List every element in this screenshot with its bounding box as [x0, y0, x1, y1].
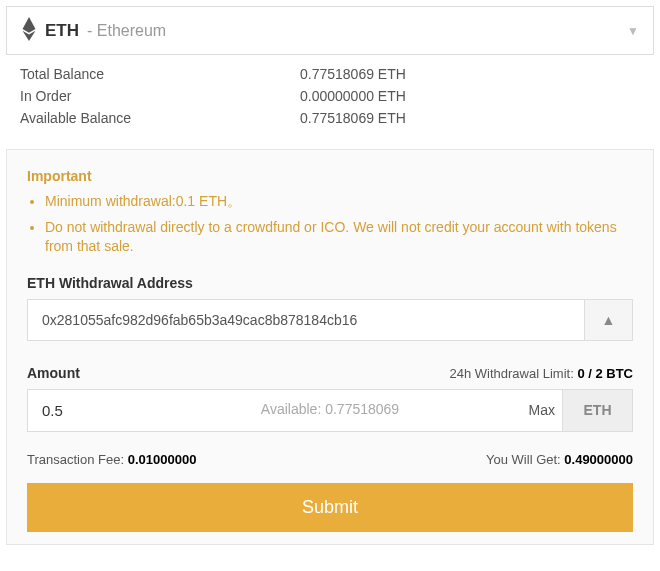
triangle-up-icon: ▲ [602, 312, 616, 328]
max-button[interactable]: Max [529, 402, 555, 418]
submit-button[interactable]: Submit [27, 483, 633, 532]
ethereum-icon [21, 17, 37, 44]
amount-input[interactable] [27, 389, 563, 432]
amount-unit: ETH [563, 389, 633, 432]
total-balance-label: Total Balance [20, 66, 300, 82]
amount-header: Amount 24h Withdrawal Limit: 0 / 2 BTC [27, 365, 633, 381]
address-label: ETH Withdrawal Address [27, 275, 633, 291]
available-balance-label: Available Balance [20, 110, 300, 126]
coin-selector[interactable]: ETH - Ethereum ▼ [6, 6, 654, 55]
you-will-get: You Will Get: 0.49000000 [486, 452, 633, 467]
fee-value: 0.01000000 [128, 452, 197, 467]
address-collapse-button[interactable]: ▲ [585, 299, 633, 341]
total-balance-row: Total Balance 0.77518069 ETH [20, 63, 640, 85]
get-label: You Will Get: [486, 452, 564, 467]
amount-label: Amount [27, 365, 80, 381]
coin-name: - Ethereum [87, 22, 166, 40]
fee-row: Transaction Fee: 0.01000000 You Will Get… [27, 452, 633, 467]
amount-row: Available: 0.77518069 Max ETH [27, 389, 633, 432]
available-balance-value: 0.77518069 ETH [300, 110, 406, 126]
limit-prefix: 24h Withdrawal Limit: [449, 366, 577, 381]
in-order-label: In Order [20, 88, 300, 104]
available-balance-row: Available Balance 0.77518069 ETH [20, 107, 640, 129]
important-title: Important [27, 168, 633, 184]
get-value: 0.49000000 [564, 452, 633, 467]
withdraw-panel: Important Minimum withdrawal:0.1 ETH。 Do… [6, 149, 654, 545]
withdrawal-limit: 24h Withdrawal Limit: 0 / 2 BTC [449, 366, 633, 381]
address-row: ▲ [27, 299, 633, 341]
in-order-value: 0.00000000 ETH [300, 88, 406, 104]
fee-label: Transaction Fee: [27, 452, 128, 467]
important-item: Do not withdrawal directly to a crowdfun… [45, 218, 633, 257]
coin-symbol: ETH [45, 21, 79, 41]
important-item: Minimum withdrawal:0.1 ETH。 [45, 192, 633, 212]
chevron-down-icon: ▼ [627, 24, 639, 38]
coin-selector-left: ETH - Ethereum [21, 17, 166, 44]
total-balance-value: 0.77518069 ETH [300, 66, 406, 82]
balances-panel: Total Balance 0.77518069 ETH In Order 0.… [6, 55, 654, 143]
transaction-fee: Transaction Fee: 0.01000000 [27, 452, 196, 467]
limit-value: 0 / 2 BTC [577, 366, 633, 381]
withdrawal-address-input[interactable] [27, 299, 585, 341]
important-list: Minimum withdrawal:0.1 ETH。 Do not withd… [27, 192, 633, 257]
in-order-row: In Order 0.00000000 ETH [20, 85, 640, 107]
